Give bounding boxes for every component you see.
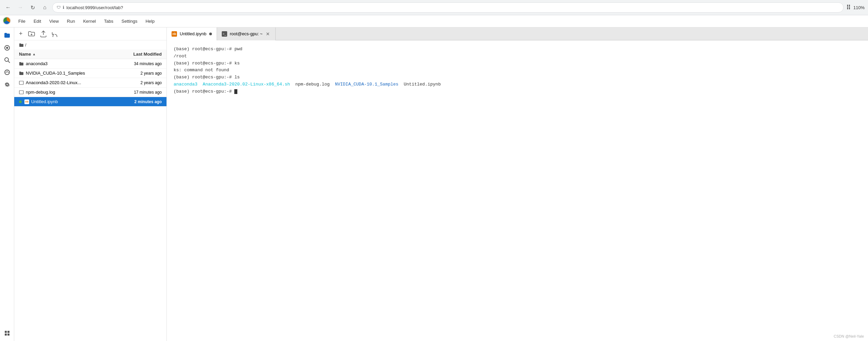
tab-terminal-label: root@ecs-gpu: ~ — [230, 31, 263, 36]
sidebar-files-button[interactable] — [2, 30, 13, 41]
running-indicator — [19, 100, 22, 103]
back-button[interactable]: ← — [3, 3, 13, 12]
menu-bar: File Edit View Run Kernel Tabs Settings … — [0, 15, 868, 27]
new-folder-button[interactable] — [27, 30, 36, 38]
home-button[interactable]: ⌂ — [40, 3, 50, 12]
browser-toolbar: ← → ↻ ⌂ 🛡 ℹ localhost:9999/user/root/lab… — [0, 0, 868, 15]
new-file-button[interactable]: + — [18, 30, 23, 38]
svg-point-5 — [7, 72, 8, 73]
file-item[interactable]: Anaconda3-2020.02-Linux... 2 years ago — [14, 78, 166, 88]
notebook-tab-icon: nb — [172, 31, 177, 37]
file-list-header: Name ▲ Last Modified — [14, 50, 166, 59]
address-bar[interactable]: 🛡 ℹ localhost:9999/user/root/lab? — [52, 2, 844, 13]
main-content: + / Name ▲ Last Mod — [0, 27, 868, 341]
reload-button[interactable]: ↻ — [28, 3, 37, 12]
menu-file[interactable]: File — [15, 17, 29, 25]
browser-extras: ⠿ 110% — [846, 4, 865, 11]
svg-line-3 — [8, 61, 10, 63]
svg-point-2 — [5, 58, 8, 61]
svg-rect-7 — [5, 331, 7, 333]
tab-terminal[interactable]: >_ root@ecs-gpu: ~ ✕ — [217, 27, 276, 40]
column-name[interactable]: Name ▲ — [19, 52, 107, 57]
app-container: File Edit View Run Kernel Tabs Settings … — [0, 15, 868, 341]
url-text: localhost:9999/user/root/lab? — [66, 5, 839, 10]
tabs-bar: nb Untitled.ipynb >_ root@ecs-gpu: ~ ✕ — [167, 27, 868, 40]
tab-notebook[interactable]: nb Untitled.ipynb — [167, 27, 217, 40]
notebook-icon: nb — [24, 99, 29, 104]
svg-point-6 — [6, 71, 7, 72]
sort-arrow: ▲ — [32, 52, 36, 56]
terminal-line-3: (base) root@ecs-gpu:-# ls — [174, 75, 240, 80]
file-toolbar: + — [14, 27, 166, 40]
tab-close-button[interactable]: ✕ — [265, 31, 271, 37]
file-item-selected[interactable]: nb Untitled.ipynb 2 minutes ago — [14, 97, 166, 107]
file-name: nb Untitled.ipynb — [19, 99, 107, 104]
menu-run[interactable]: Run — [63, 17, 78, 25]
tab-notebook-label: Untitled.ipynb — [180, 31, 206, 36]
terminal-line-2: (base) root@ecs-gpu:-# ks — [174, 61, 240, 66]
terminal-output-2: ks: command not found — [174, 68, 229, 73]
file-item[interactable]: npm-debug.log 17 minutes ago — [14, 88, 166, 97]
content-panel: nb Untitled.ipynb >_ root@ecs-gpu: ~ ✕ (… — [167, 27, 868, 341]
qr-icon: ⠿ — [846, 4, 851, 11]
menu-tabs[interactable]: Tabs — [101, 17, 117, 25]
zoom-level: 110% — [853, 5, 865, 10]
terminal-tab-icon: >_ — [222, 31, 227, 37]
path-text: / — [25, 42, 26, 48]
svg-rect-8 — [7, 331, 9, 333]
svg-rect-13 — [19, 81, 23, 84]
sidebar-icons — [0, 27, 14, 341]
file-modified: 2 minutes ago — [107, 99, 162, 104]
sidebar-search-button[interactable] — [2, 55, 13, 65]
security-icon: 🛡 — [57, 5, 61, 10]
file-modified: 2 years ago — [107, 80, 162, 85]
file-modified: 34 minutes ago — [107, 61, 162, 66]
upload-button[interactable] — [40, 30, 47, 38]
file-item[interactable]: anaconda3 34 minutes ago — [14, 59, 166, 69]
sidebar-extension-button[interactable] — [2, 328, 13, 339]
file-name: npm-debug.log — [19, 90, 107, 95]
sidebar-running-button[interactable] — [2, 42, 13, 53]
browser-chrome: ← → ↻ ⌂ 🛡 ℹ localhost:9999/user/root/lab… — [0, 0, 868, 15]
menu-settings[interactable]: Settings — [118, 17, 141, 25]
sidebar-palette-button[interactable] — [2, 67, 13, 78]
svg-rect-9 — [5, 334, 7, 336]
file-path: / — [14, 40, 166, 50]
menu-kernel[interactable]: Kernel — [80, 17, 99, 25]
file-panel: + / Name ▲ Last Mod — [14, 27, 167, 341]
file-name: NVIDIA_CUDA-10.1_Samples — [19, 71, 107, 76]
file-list: anaconda3 34 minutes ago NVIDIA_CUDA-10.… — [14, 59, 166, 341]
terminal-prompt-cursor: (base) root@ecs-gpu:-# — [174, 89, 237, 94]
terminal-ls-output: anaconda3 Anaconda3-2020.02-Linux-x86_64… — [174, 82, 441, 87]
terminal-output-1: /root — [174, 54, 187, 59]
svg-point-4 — [5, 72, 6, 73]
svg-rect-14 — [19, 91, 23, 94]
menu-view[interactable]: View — [46, 17, 62, 25]
terminal-output: (base) root@ecs-gpu:-# pwd /root (base) … — [167, 40, 868, 341]
terminal-line-1: (base) root@ecs-gpu:-# pwd — [174, 46, 242, 52]
file-modified: 2 years ago — [107, 71, 162, 76]
refresh-button[interactable] — [51, 30, 59, 38]
forward-button[interactable]: → — [16, 3, 25, 12]
file-name: anaconda3 — [19, 61, 107, 66]
tab-unsaved-dot — [209, 33, 212, 35]
svg-rect-10 — [7, 334, 9, 336]
info-icon: ℹ — [63, 5, 64, 10]
app-logo — [3, 17, 12, 26]
sidebar-settings-button[interactable] — [2, 79, 13, 90]
svg-point-1 — [6, 47, 8, 49]
file-name: Anaconda3-2020.02-Linux... — [19, 80, 107, 85]
column-modified: Last Modified — [107, 52, 162, 57]
menu-edit[interactable]: Edit — [30, 17, 44, 25]
file-modified: 17 minutes ago — [107, 90, 162, 95]
menu-help[interactable]: Help — [142, 17, 158, 25]
file-item[interactable]: NVIDIA_CUDA-10.1_Samples 2 years ago — [14, 69, 166, 78]
watermark: CSDN @Neil-Yale — [834, 334, 864, 338]
